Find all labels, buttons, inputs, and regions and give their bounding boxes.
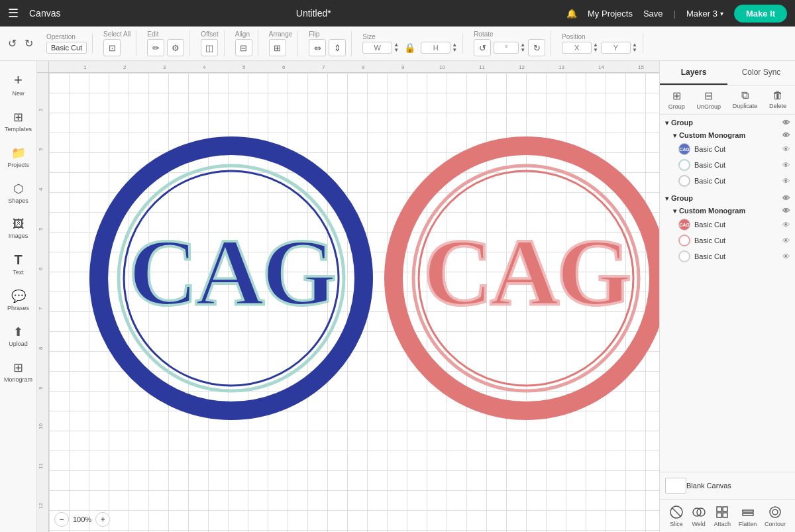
tab-color-sync[interactable]: Color Sync xyxy=(727,61,795,85)
contour-button[interactable]: Contour xyxy=(765,505,786,527)
layer-group-2-header[interactable]: ▾ Group 👁 xyxy=(660,191,795,205)
layer-item-1-2[interactable]: Basic Cut 👁 xyxy=(668,157,795,173)
sidebar-item-templates[interactable]: ⊞ Templates xyxy=(3,105,34,138)
ruler-left-svg: 2 3 4 5 6 7 8 9 10 11 12 xyxy=(37,73,49,532)
make-it-button[interactable]: Make It xyxy=(734,5,787,23)
duplicate-button[interactable]: ⧉ Duplicate xyxy=(733,89,758,110)
flatten-button[interactable]: Flatten xyxy=(739,505,757,527)
main-layout: + New ⊞ Templates 📁 Projects ⬡ Shapes 🖼 … xyxy=(0,61,795,532)
layer-item-2-1-name: Basic Cut xyxy=(694,221,780,229)
layer-item-1-3[interactable]: Basic Cut 👁 xyxy=(668,173,795,189)
tab-layers[interactable]: Layers xyxy=(660,61,727,85)
rotate-input[interactable] xyxy=(494,42,519,54)
layer-group-1: ▾ Group 👁 ▾ Custom Monogram 👁 CAG Basic … xyxy=(660,115,795,190)
layer-group-1-header[interactable]: ▾ Group 👁 xyxy=(660,116,795,129)
rotate-down[interactable]: ▼ xyxy=(520,48,525,53)
blue-monogram[interactable]: CAG CAG xyxy=(89,93,374,466)
maker-selector[interactable]: Maker 3 ▾ xyxy=(686,9,723,19)
sidebar-item-monogram[interactable]: ⊞ Monogram xyxy=(3,355,34,388)
projects-icon: 📁 xyxy=(11,146,26,160)
operation-value[interactable]: Basic Cut xyxy=(46,42,87,54)
sidebar-item-images[interactable]: 🖼 Images xyxy=(3,212,34,244)
x-down[interactable]: ▼ xyxy=(593,48,598,53)
arrange-button[interactable]: ⊞ xyxy=(269,39,286,56)
eye-icon-sub1[interactable]: 👁 xyxy=(782,131,790,139)
layer-item-2-2[interactable]: Basic Cut 👁 xyxy=(668,233,795,248)
sidebar-item-shapes[interactable]: ⬡ Shapes xyxy=(3,176,34,209)
layer-subgroup-2-header[interactable]: ▾ Custom Monogram 👁 xyxy=(668,205,795,217)
bell-icon[interactable]: 🔔 xyxy=(566,9,577,19)
delete-button[interactable]: 🗑 Delete xyxy=(769,89,786,110)
eye-icon-1-2[interactable]: 👁 xyxy=(782,161,790,169)
svg-text:7: 7 xyxy=(38,307,44,310)
x-input-group: ▲▼ xyxy=(562,42,598,54)
svg-text:6: 6 xyxy=(282,64,286,70)
zoom-level: 100% xyxy=(73,515,91,523)
eye-icon-1-1[interactable]: 👁 xyxy=(782,145,790,153)
slice-label: Slice xyxy=(670,521,683,527)
zoom-in-button[interactable]: + xyxy=(95,512,110,527)
pink-monogram-svg: CAG CAG xyxy=(384,93,659,464)
undo-button[interactable]: ↺ xyxy=(5,34,19,52)
layer-item-1-2-name: Basic Cut xyxy=(694,161,780,169)
eye-icon-2-3[interactable]: 👁 xyxy=(782,252,790,260)
layer-item-2-1[interactable]: CAG Basic Cut 👁 xyxy=(668,217,795,233)
eye-icon-2-2[interactable]: 👁 xyxy=(782,237,790,244)
y-down[interactable]: ▼ xyxy=(632,48,637,53)
flip-h-button[interactable]: ⇔ xyxy=(309,39,326,56)
layer-item-1-1-name: Basic Cut xyxy=(694,145,780,153)
redo-button[interactable]: ↻ xyxy=(22,34,36,52)
rotate-ccw-button[interactable]: ↺ xyxy=(474,39,491,56)
lock-icon[interactable]: 🔒 xyxy=(401,42,418,53)
y-input[interactable] xyxy=(601,42,631,54)
width-input[interactable] xyxy=(362,42,392,54)
edit-settings-button[interactable]: ⚙ xyxy=(167,39,184,56)
menu-icon[interactable]: ☰ xyxy=(8,6,19,21)
layer-item-2-3[interactable]: Basic Cut 👁 xyxy=(668,248,795,264)
x-input[interactable] xyxy=(562,42,592,54)
zoom-out-button[interactable]: − xyxy=(54,512,69,527)
width-down[interactable]: ▼ xyxy=(394,48,399,53)
height-down[interactable]: ▼ xyxy=(452,48,457,53)
svg-text:8: 8 xyxy=(38,346,44,350)
sidebar-item-new[interactable]: + New xyxy=(3,66,34,102)
edit-button[interactable]: ✏ xyxy=(147,39,164,56)
eye-icon-group2[interactable]: 👁 xyxy=(782,194,790,202)
sidebar-item-phrases[interactable]: 💬 Phrases xyxy=(3,284,34,317)
attach-button[interactable]: Attach xyxy=(714,505,731,527)
edit-content: ✏ ⚙ xyxy=(147,39,184,56)
sidebar-item-upload[interactable]: ⬆ Upload xyxy=(3,319,34,352)
sidebar-item-projects[interactable]: 📁 Projects xyxy=(3,140,34,174)
canvas-viewport[interactable]: CAG CAG CAG xyxy=(49,73,659,532)
eye-icon-group1[interactable]: 👁 xyxy=(782,119,790,127)
group-label: Group xyxy=(668,103,685,110)
eye-icon-2-1[interactable]: 👁 xyxy=(782,221,790,229)
flip-v-button[interactable]: ⇕ xyxy=(329,39,346,56)
select-all-button[interactable]: ⊡ xyxy=(103,39,121,56)
height-input[interactable] xyxy=(421,42,450,54)
chevron-down-icon-1: ▾ xyxy=(665,119,668,127)
sidebar-item-new-label: New xyxy=(12,90,24,97)
my-projects-link[interactable]: My Projects xyxy=(588,9,633,19)
layer-color-cag-blue: CAG xyxy=(678,143,690,155)
offset-button[interactable]: ◫ xyxy=(201,39,218,56)
layer-subgroup-1-header[interactable]: ▾ Custom Monogram 👁 xyxy=(668,129,795,141)
save-button[interactable]: Save xyxy=(643,9,663,19)
svg-text:5: 5 xyxy=(242,64,246,70)
weld-button[interactable]: Weld xyxy=(692,505,706,527)
eye-icon-1-3[interactable]: 👁 xyxy=(782,177,790,185)
ungroup-button[interactable]: ⊟ UnGroup xyxy=(697,89,721,110)
eye-icon-sub2[interactable]: 👁 xyxy=(782,207,790,215)
pink-monogram[interactable]: CAG CAG xyxy=(384,93,659,466)
layer-item-1-1[interactable]: CAG Basic Cut 👁 xyxy=(668,141,795,157)
rotate-cw-button[interactable]: ↻ xyxy=(528,39,545,56)
sidebar-item-text[interactable]: T Text xyxy=(3,247,34,281)
svg-line-37 xyxy=(672,507,681,517)
align-button[interactable]: ⊟ xyxy=(235,39,252,56)
svg-text:5: 5 xyxy=(38,227,44,231)
svg-text:CAG: CAG xyxy=(423,219,629,325)
group-button[interactable]: ⊞ Group xyxy=(668,89,685,110)
align-label: Align xyxy=(235,30,250,38)
svg-text:11: 11 xyxy=(479,64,485,70)
slice-button[interactable]: Slice xyxy=(669,505,684,527)
